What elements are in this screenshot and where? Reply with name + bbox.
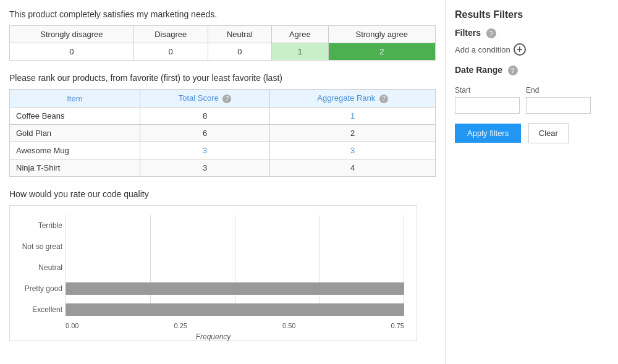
- item-rank: 1: [270, 108, 436, 125]
- add-condition-label: Add a condition: [455, 45, 510, 54]
- val-disagree: 0: [133, 43, 208, 61]
- col-agree: Agree: [272, 26, 329, 43]
- val-strongly-agree: 2: [328, 43, 435, 61]
- x-tick-075: 0.75: [391, 322, 404, 329]
- end-label: End: [526, 86, 591, 95]
- chart-bar-pretty-good: [66, 282, 404, 295]
- table-row: Awesome Mug 3 3: [10, 142, 436, 159]
- chart-label-neutral: Neutral: [13, 263, 62, 272]
- chart-label-terrible: Terrible: [13, 221, 62, 230]
- date-inputs: Start End: [455, 86, 609, 114]
- rank-col-total-score: Total Score ?: [140, 90, 270, 108]
- item-total-score: 3: [140, 159, 270, 177]
- col-strongly-agree: Strongly agree: [328, 26, 435, 43]
- col-disagree: Disagree: [133, 26, 208, 43]
- item-rank: 2: [270, 125, 436, 142]
- col-strongly-disagree: Strongly disagree: [10, 26, 134, 43]
- likert-table: Strongly disagree Disagree Neutral Agree…: [9, 25, 436, 61]
- rank-col-aggregate-rank: Aggregate Rank ?: [270, 90, 436, 108]
- val-agree: 1: [272, 43, 329, 61]
- bar-chart: Terrible Not so great Neutral Pretty goo…: [9, 205, 417, 341]
- item-total-score: 3: [140, 142, 270, 159]
- item-name: Ninja T-Shirt: [10, 159, 140, 177]
- chart-label-pretty-good: Pretty good: [13, 284, 62, 293]
- x-tick-0: 0.00: [66, 322, 78, 329]
- x-axis-label: Frequency: [16, 332, 410, 341]
- chart-label-excellent: Excellent: [13, 305, 62, 314]
- item-total-score: 6: [140, 125, 270, 142]
- x-tick-05: 0.50: [282, 322, 295, 329]
- item-name: Coffee Beans: [10, 108, 140, 125]
- filter-actions: Apply filters Clear: [455, 123, 609, 143]
- item-total-score: 8: [140, 108, 270, 125]
- date-range-label: Date Range: [455, 65, 502, 75]
- item-rank: 4: [270, 159, 436, 177]
- aggregate-rank-info-icon[interactable]: ?: [379, 95, 388, 103]
- table-row: Gold Plan 6 2: [10, 125, 436, 142]
- start-label: Start: [455, 86, 520, 95]
- end-date-input[interactable]: [526, 97, 591, 114]
- add-condition-plus-icon[interactable]: +: [514, 43, 526, 56]
- table-row: Ninja T-Shirt 3 4: [10, 159, 436, 177]
- val-neutral: 0: [208, 43, 271, 61]
- date-range-help-icon[interactable]: ?: [508, 66, 518, 75]
- filters-label: Filters: [455, 28, 481, 38]
- table-row: Coffee Beans 8 1: [10, 108, 436, 125]
- filters-help-icon[interactable]: ?: [486, 28, 496, 38]
- col-neutral: Neutral: [208, 26, 271, 43]
- end-date-group: End: [526, 86, 591, 114]
- chart-label-not-so-great: Not so great: [13, 242, 62, 251]
- rank-col-item: Item: [10, 90, 140, 108]
- add-condition-button[interactable]: Add a condition +: [455, 43, 609, 56]
- start-date-input[interactable]: [455, 97, 520, 114]
- item-rank: 3: [270, 142, 436, 159]
- val-strongly-disagree: 0: [10, 43, 134, 61]
- question3-title: How would you rate our code quality: [9, 189, 436, 199]
- rank-table: Item Total Score ? Aggregate Rank ? Coff…: [9, 89, 436, 177]
- start-date-group: Start: [455, 86, 520, 114]
- x-tick-025: 0.25: [174, 322, 187, 329]
- results-filters-panel: Results Filters Filters ? Add a conditio…: [445, 0, 618, 364]
- question1-title: This product completely satisfies my mar…: [9, 9, 436, 19]
- item-name: Awesome Mug: [10, 142, 140, 159]
- sidebar-title: Results Filters: [455, 9, 609, 20]
- question2-title: Please rank our products, from favorite …: [9, 73, 436, 83]
- total-score-info-icon[interactable]: ?: [222, 95, 231, 103]
- apply-filters-button[interactable]: Apply filters: [455, 124, 521, 143]
- clear-button[interactable]: Clear: [528, 123, 569, 143]
- chart-bar-excellent: [66, 303, 404, 316]
- item-name: Gold Plan: [10, 125, 140, 142]
